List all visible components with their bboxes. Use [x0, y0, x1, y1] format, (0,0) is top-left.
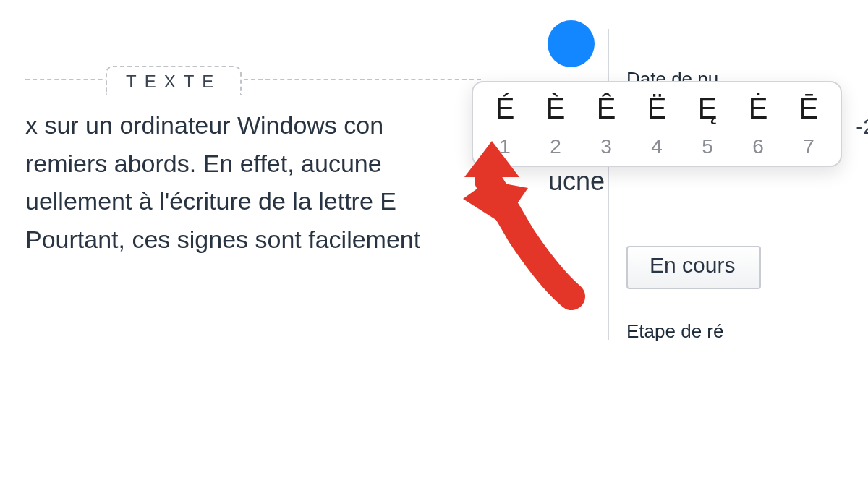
popover-num-6: 6	[739, 135, 777, 158]
glyph-e-macron: Ē	[790, 93, 827, 125]
glyph-e-diaeresis: Ë	[638, 93, 676, 125]
status-select-value: En cours	[650, 253, 735, 277]
popover-num-7: 7	[790, 135, 827, 158]
popover-cell-5[interactable]: Ę 5	[689, 93, 726, 158]
dashed-rule	[25, 79, 481, 80]
texte-tab[interactable]: TEXTE	[106, 66, 242, 95]
edit-area[interactable]: TEXTE x sur un ordinateur Windows con re…	[25, 79, 481, 259]
etape-label: Etape de ré	[626, 320, 723, 342]
status-select[interactable]: En cours	[626, 246, 761, 289]
popover-cell-6[interactable]: Ė 6	[739, 93, 777, 158]
popover-cell-4[interactable]: Ë 4	[638, 93, 676, 158]
glyph-e-acute: É	[486, 93, 524, 125]
popover-cell-7[interactable]: Ē 7	[790, 93, 827, 158]
popover-num-4: 4	[638, 135, 676, 158]
glyph-e-circumflex: Ê	[587, 93, 625, 125]
body-line-4: Pourtant, ces signes sont facilement	[25, 226, 420, 253]
body-line-3: uellement à l'écriture de la lettre E	[25, 187, 396, 215]
popover-num-5: 5	[689, 135, 726, 158]
date-value: -2	[856, 114, 868, 139]
accent-circle	[548, 20, 595, 67]
red-arrow-annotation	[463, 148, 608, 307]
glyph-e-grave: È	[537, 93, 574, 125]
glyph-e-ogonek: Ę	[689, 93, 726, 125]
body-line-1: x sur un ordinateur Windows con	[25, 111, 383, 139]
sidebar: Date de pu -2 Etape de ré En cours	[608, 29, 868, 340]
glyph-e-dot: Ė	[739, 93, 777, 125]
body-text[interactable]: x sur un ordinateur Windows con remiers …	[25, 106, 481, 259]
body-line-2: remiers abords. En effet, aucune	[25, 150, 382, 177]
